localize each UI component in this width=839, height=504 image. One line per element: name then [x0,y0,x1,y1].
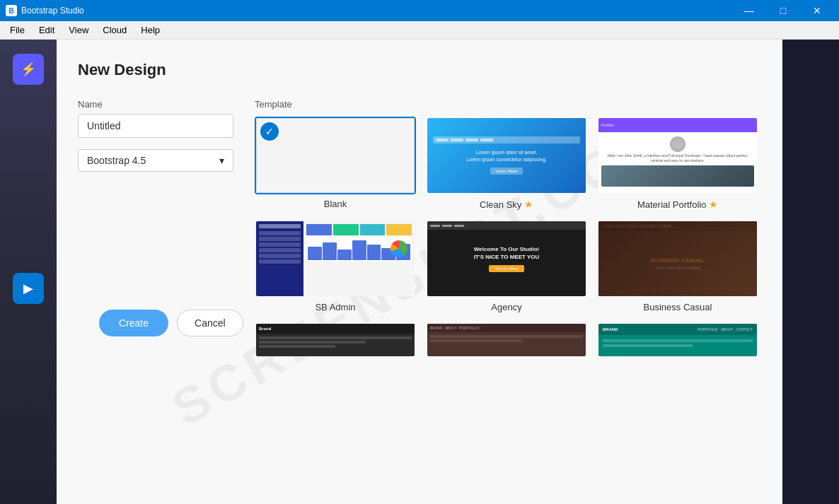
bootstrap-version-select[interactable]: Bootstrap 4.5 ▾ [78,149,233,172]
star-badge-clean-sky: ★ [524,199,533,210]
minimize-button[interactable]: — [733,0,765,21]
title-bar: B Bootstrap Studio — □ ✕ [0,0,839,21]
template-material-portfolio[interactable]: Portfolio Hello I am John Smith, a Inter… [597,117,758,210]
template-dark1[interactable]: Brand [255,322,416,358]
template-thumb-agency[interactable]: Welcome To Our Studio!IT'S NICE TO MEET … [426,220,587,298]
template-thumb-dark1[interactable]: Brand [255,322,416,358]
material-thumb-content: Portfolio Hello I am John Smith, a Inter… [598,118,757,193]
template-section: Template ✓ Blank [255,99,761,358]
create-button[interactable]: Create [99,310,168,336]
template-name-business-casual: Business Casual [597,302,758,312]
template-clean-sky[interactable]: Lorem ipsum dolor sit amet.Lorem ipsum c… [426,117,587,210]
app-icon: B [6,5,17,16]
dark1-thumb-content: Brand [256,324,415,356]
app-title: Bootstrap Studio [21,6,84,16]
sidebar-icon-mid: ▶ [13,273,44,304]
dialog-area: SCREENSHOT.COM New Design Name Bootstrap… [57,40,782,504]
teal1-thumb-content: BRAND PORTFOLIO ABOUT CONTACT [598,324,757,356]
template-name-agency: Agency [426,302,587,312]
menu-cloud[interactable]: Cloud [96,23,134,37]
cancel-button[interactable]: Cancel [177,310,243,336]
left-form: Name Bootstrap 4.5 ▾ [78,99,233,172]
template-thumb-business-casual[interactable]: A FREE BOOTSTRAP 4 BUSINESS THEME Busine… [597,220,758,298]
chevron-down-icon: ▾ [219,155,224,166]
menu-bar: File Edit View Cloud Help [0,21,839,40]
template-thumb-teal1[interactable]: BRAND PORTFOLIO ABOUT CONTACT [597,322,758,358]
template-agency[interactable]: Welcome To Our Studio!IT'S NICE TO MEET … [426,220,587,312]
template-thumb-clean-sky[interactable]: Lorem ipsum dolor sit amet.Lorem ipsum c… [426,117,587,194]
app-body: ⚡ ▶ SCREENSHOT.COM New Design Name Boots… [0,40,839,504]
menu-file[interactable]: File [3,23,32,37]
star-icon-material: ★ [709,199,718,210]
brown1-thumb-content: BRAND ABOUT PORTFOLIO [427,324,586,356]
template-name-material: Material Portfolio ★ [597,199,758,210]
dialog-title: New Design [78,61,761,79]
selected-check-icon: ✓ [260,122,279,141]
title-bar-left: B Bootstrap Studio [6,5,84,16]
template-thumb-blank[interactable]: ✓ [255,117,416,194]
title-bar-controls: — □ ✕ [733,0,833,21]
close-button[interactable]: ✕ [801,0,833,21]
template-brown1[interactable]: BRAND ABOUT PORTFOLIO [426,322,587,358]
template-name-blank: Blank [255,199,416,209]
blank-thumb-content [256,118,415,193]
sidebar-background [0,40,57,504]
template-business-casual[interactable]: A FREE BOOTSTRAP 4 BUSINESS THEME Busine… [597,220,758,312]
bootstrap-version-label: Bootstrap 4.5 [87,155,146,166]
star-icon: ★ [524,199,533,210]
name-label: Name [78,99,233,110]
templates-grid: ✓ Blank [255,117,761,358]
clean-sky-thumb-content: Lorem ipsum dolor sit amet.Lorem ipsum c… [427,118,586,193]
template-name-sb-admin: SB Admin [255,302,416,312]
sidebar: ⚡ ▶ [0,40,57,504]
maximize-button[interactable]: □ [767,0,799,21]
template-blank[interactable]: ✓ Blank [255,117,416,210]
menu-view[interactable]: View [62,23,96,37]
template-thumb-brown1[interactable]: BRAND ABOUT PORTFOLIO [426,322,587,358]
dialog-content: New Design Name Bootstrap 4.5 ▾ Template [78,61,761,358]
star-badge-material: ★ [709,199,718,210]
name-input[interactable] [78,114,233,138]
sidebar-icon-top: ⚡ [13,54,44,85]
menu-edit[interactable]: Edit [32,23,62,37]
right-panel [782,40,839,504]
template-name-clean-sky: Clean Sky ★ [426,199,587,210]
template-thumb-material[interactable]: Portfolio Hello I am John Smith, a Inter… [597,117,758,194]
template-thumb-sb-admin[interactable] [255,220,416,298]
agency-thumb-content: Welcome To Our Studio!IT'S NICE TO MEET … [427,221,586,296]
template-label: Template [255,99,761,110]
footer-buttons: Create Cancel [99,310,243,336]
menu-help[interactable]: Help [134,23,167,37]
sb-admin-thumb-content [256,221,415,296]
template-sb-admin[interactable]: SB Admin [255,220,416,312]
template-teal1[interactable]: BRAND PORTFOLIO ABOUT CONTACT [597,322,758,358]
business-thumb-content: A FREE BOOTSTRAP 4 BUSINESS THEME Busine… [598,221,757,296]
